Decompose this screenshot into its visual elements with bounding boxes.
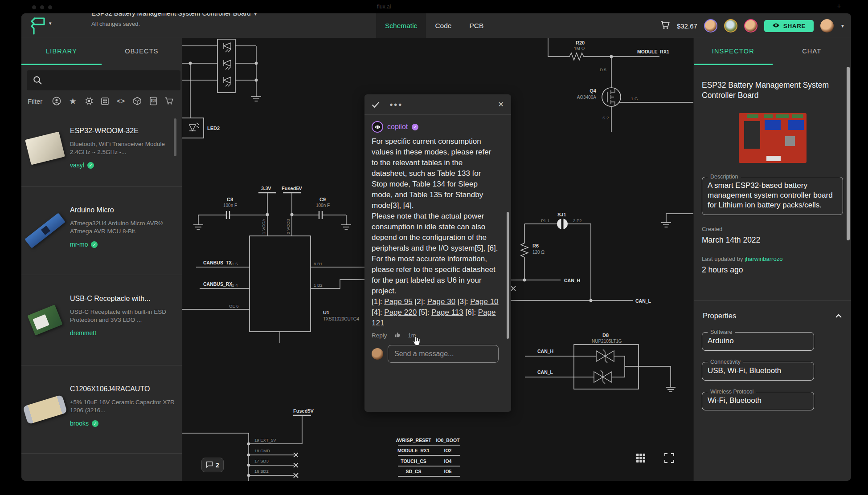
cart-filter-icon[interactable] xyxy=(161,97,177,105)
search-input[interactable] xyxy=(27,70,180,90)
comment-message: For specific current consumption values … xyxy=(372,136,499,296)
module-filter-icon[interactable] xyxy=(97,97,113,105)
net-canbus-tx[interactable]: CANBUS_TX xyxy=(203,260,232,265)
browser-chrome: flux.ai + xyxy=(0,0,868,13)
3d-model-filter-icon[interactable] xyxy=(129,97,145,105)
table-cell: SD_CS xyxy=(405,469,421,474)
property-software[interactable]: Software Arduino xyxy=(702,329,814,351)
properties-label: Properties xyxy=(703,312,736,320)
resolve-check-icon[interactable] xyxy=(372,101,380,108)
part-title: Arduino Micro xyxy=(70,206,176,214)
tab-library[interactable]: LIBRARY xyxy=(21,38,102,65)
comment-input[interactable] xyxy=(388,345,499,363)
citation-link[interactable]: Page 220 xyxy=(384,308,417,316)
property-wireless-protocol[interactable]: Wireless Protocol Wi-Fi, Bluetooth xyxy=(702,389,814,410)
component-c8[interactable]: C8 100n F xyxy=(193,197,267,229)
reply-button[interactable]: Reply xyxy=(372,332,387,339)
description-field[interactable]: Description A smart ESP32-based battery … xyxy=(702,174,843,215)
citation-link[interactable]: Page 10 xyxy=(470,297,498,306)
document-title[interactable]: ESP32 Battery Management System Controll… xyxy=(91,13,257,17)
collaborator-avatar[interactable] xyxy=(704,19,717,32)
project-title: ESP32 Battery Management System Controll… xyxy=(702,80,843,101)
net-canbus-rx[interactable]: CANBUS_RX xyxy=(203,281,232,287)
part-title: ESP32-WROOM-32E xyxy=(70,127,176,135)
schematic-canvas[interactable]: LED2 R20 1M Ω MODULE_RX1 xyxy=(182,38,693,481)
verified-badge-icon: ✓ xyxy=(91,241,98,248)
cart-icon[interactable] xyxy=(660,20,670,31)
component-q4-mosfet[interactable]: D 5 Q4 AO3400A 1 G S 2 xyxy=(577,55,693,132)
pin-u1-a2: A2 4 xyxy=(229,283,238,288)
part-title: C1206X106J4RACAUTO xyxy=(70,385,176,393)
ref-r20: R20 xyxy=(576,40,585,45)
pin-u1-vccb: 2 VCCB xyxy=(286,219,291,234)
chip-filter-icon[interactable] xyxy=(81,97,97,105)
library-item-usbc[interactable]: USB-C Receptacle with... USB-C Receptacl… xyxy=(21,275,182,365)
part-title: USB-C Receptacle with... xyxy=(70,295,176,303)
pin-mapping-table[interactable]: AVRISP_RESET IO0_BOOT MODULE_RX1 IO2 TOU… xyxy=(396,438,460,476)
window-buttons[interactable] xyxy=(32,5,52,9)
popup-scrollbar[interactable] xyxy=(507,212,509,339)
pin-17-sd3: 17 SD3 xyxy=(254,458,269,463)
collaborator-avatar[interactable] xyxy=(724,19,737,32)
component-r6[interactable]: R6 120 Ω xyxy=(521,241,545,280)
share-button[interactable]: SHARE xyxy=(764,20,814,32)
browser-tab-title: flux.ai xyxy=(377,4,391,10)
new-tab-icon[interactable]: + xyxy=(837,2,841,11)
grid-toggle-button[interactable] xyxy=(633,450,649,466)
comment-citations: [1]: Page 95 [2]: Page 30 [3]: Page 10 [… xyxy=(372,296,499,329)
library-item-capacitor[interactable]: C1206X106J4RACAUTO ±5% 10uF 16V Ceramic … xyxy=(21,365,182,454)
property-legend: Connectivity xyxy=(708,359,743,365)
collaborator-avatar[interactable] xyxy=(744,19,757,32)
cart-total[interactable]: $32.67 xyxy=(677,22,697,30)
tab-schematic[interactable]: Schematic xyxy=(376,13,426,38)
component-c9[interactable]: C9 100n F xyxy=(292,197,351,229)
library-item-esp32[interactable]: ESP32-WROOM-32E Bluetooth, WiFi Transcei… xyxy=(21,110,182,187)
comment-author[interactable]: copilot xyxy=(387,123,408,131)
project-menu-caret-icon[interactable]: ▾ xyxy=(49,20,52,26)
component-led2[interactable]: LED2 xyxy=(182,63,220,138)
user-menu-caret-icon[interactable]: ▼ xyxy=(840,24,845,28)
user-avatar[interactable] xyxy=(820,19,834,32)
component-u1[interactable]: 1 VCCA 2 VCCB CANBUS_TX A1 5 CANBUS_RX A… xyxy=(182,219,387,343)
user-filter-icon[interactable] xyxy=(49,97,65,105)
starred-filter-icon[interactable]: ★ xyxy=(65,97,81,105)
tab-objects[interactable]: OBJECTS xyxy=(102,38,182,65)
comment-count-badge[interactable]: 2 xyxy=(201,458,224,472)
property-connectivity[interactable]: Connectivity USB, Wi-Fi, Bluetooth xyxy=(702,359,814,381)
value-r6: 120 Ω xyxy=(532,250,545,255)
close-icon[interactable]: ✕ xyxy=(498,100,504,109)
search-icon xyxy=(33,76,42,87)
code-filter-icon[interactable]: <> xyxy=(113,97,129,105)
component-led-array[interactable] xyxy=(182,39,261,101)
net-label-module-rx1[interactable]: MODULE_RX1 xyxy=(637,49,669,54)
part-author: mr-mo✓ xyxy=(70,241,176,248)
component-sj1[interactable]: SJ1 P1 1 2 P2 xyxy=(524,212,591,300)
pin-16-sd2: 16 SD2 xyxy=(254,469,269,474)
datasheet-pdf-filter-icon[interactable]: PDF xyxy=(145,97,161,105)
library-item-arduino-micro[interactable]: Arduino Micro ATmega32U4 Arduino Micro A… xyxy=(21,187,182,275)
power-rail-fused5v[interactable]: Fused5V xyxy=(282,186,303,236)
sidebar-scrollbar[interactable] xyxy=(174,118,176,156)
chevron-up-icon[interactable] xyxy=(835,314,842,318)
more-options-icon[interactable]: ●●● xyxy=(389,101,403,108)
resolved-comment-x-icon[interactable] xyxy=(511,286,516,291)
tab-pcb[interactable]: PCB xyxy=(460,13,492,38)
flux-logo-icon[interactable] xyxy=(29,16,47,37)
citation-link[interactable]: Page 113 xyxy=(431,308,463,316)
tab-chat[interactable]: CHAT xyxy=(773,38,852,65)
updated-user-link[interactable]: jharwinbarrozo xyxy=(745,256,782,262)
pin-sj1-p1: P1 1 xyxy=(541,218,550,223)
properties-header[interactable]: Properties xyxy=(702,301,843,329)
tab-inspector[interactable]: INSPECTOR xyxy=(694,38,773,65)
net-label-d8-can-h: CAN_H xyxy=(537,349,553,354)
table-cell: TOUCH_CS xyxy=(401,458,426,464)
inspector-tabs: INSPECTOR CHAT xyxy=(694,38,851,65)
tab-code[interactable]: Code xyxy=(426,13,460,38)
property-value: Wi-Fi, Bluetooth xyxy=(708,396,808,406)
fullscreen-button[interactable] xyxy=(661,450,677,466)
citation-link[interactable]: Page 30 xyxy=(427,297,455,306)
inspector-scrollbar[interactable] xyxy=(847,67,850,240)
component-d8[interactable]: D8 NUP2105LT1G CAN_H CAN_L xyxy=(525,333,676,392)
citation-link[interactable]: Page 95 xyxy=(384,297,412,306)
thumbs-up-icon[interactable] xyxy=(394,331,401,340)
